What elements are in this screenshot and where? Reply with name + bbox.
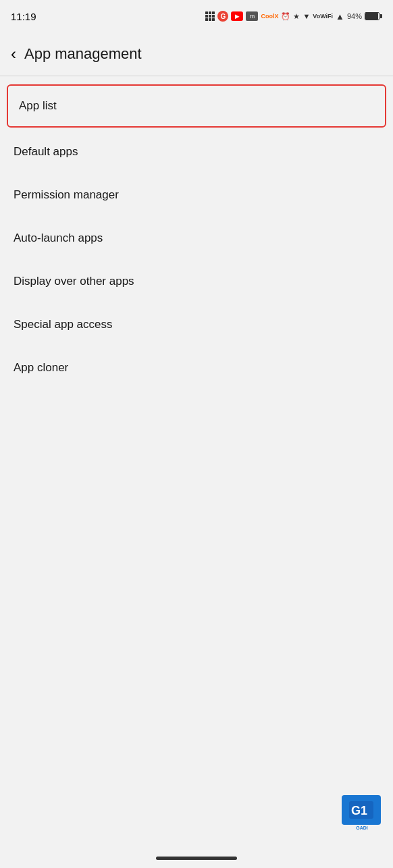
menu-item-label: Display over other apps bbox=[14, 275, 134, 288]
menu-item-permission-manager[interactable]: Permission manager bbox=[0, 173, 393, 217]
header: ‹ App management bbox=[0, 32, 393, 76]
menu-item-display-over[interactable]: Display over other apps bbox=[0, 260, 393, 303]
alarm-icon: ⏰ bbox=[281, 12, 290, 21]
watermark-svg: G1 bbox=[348, 800, 375, 820]
page-title: App management bbox=[24, 45, 142, 63]
back-button[interactable]: ‹ bbox=[11, 45, 16, 63]
home-indicator bbox=[156, 857, 237, 860]
mail-icon: m bbox=[246, 11, 258, 21]
google-icon: G bbox=[217, 11, 228, 22]
signal-icon: ▲ bbox=[336, 11, 344, 22]
status-bar-left: 11:19 bbox=[11, 11, 36, 22]
menu-item-label: App list bbox=[19, 99, 57, 112]
watermark-text: GADI bbox=[342, 825, 382, 830]
menu-item-label: Default apps bbox=[14, 145, 78, 158]
battery-percent: 94% bbox=[347, 12, 362, 20]
wifi-icon: ▼ bbox=[303, 12, 310, 20]
status-bar: 11:19 G ▶ m CoolX ⏰ ★ ▼ VoWiFi ▲ 94% bbox=[0, 0, 393, 32]
menu-item-auto-launch[interactable]: Auto-launch apps bbox=[0, 217, 393, 260]
menu-item-default-apps[interactable]: Default apps bbox=[0, 130, 393, 173]
status-time: 11:19 bbox=[11, 11, 36, 22]
grid-icon bbox=[205, 11, 215, 21]
status-bar-right: G ▶ m CoolX ⏰ ★ ▼ VoWiFi ▲ 94% bbox=[205, 11, 382, 22]
battery-icon bbox=[365, 12, 382, 20]
menu-item-app-cloner[interactable]: App cloner bbox=[0, 346, 393, 389]
menu-item-label: Auto-launch apps bbox=[14, 232, 103, 244]
bluetooth-icon: ★ bbox=[293, 12, 300, 21]
watermark-logo: G1 bbox=[342, 795, 381, 825]
menu-item-label: App cloner bbox=[14, 361, 68, 374]
menu-item-app-list[interactable]: App list bbox=[7, 84, 386, 128]
menu-item-label: Permission manager bbox=[14, 188, 119, 201]
menu-item-label: Special app access bbox=[14, 318, 112, 331]
menu-list: App list Default apps Permission manager… bbox=[0, 76, 393, 395]
youtube-icon: ▶ bbox=[231, 11, 243, 21]
coolx-icon: CoolX bbox=[261, 13, 278, 20]
menu-item-special-access[interactable]: Special app access bbox=[0, 303, 393, 346]
watermark: G1 GADI bbox=[342, 795, 382, 828]
vowifi-icon: VoWiFi bbox=[313, 13, 333, 20]
svg-text:G1: G1 bbox=[351, 804, 367, 817]
